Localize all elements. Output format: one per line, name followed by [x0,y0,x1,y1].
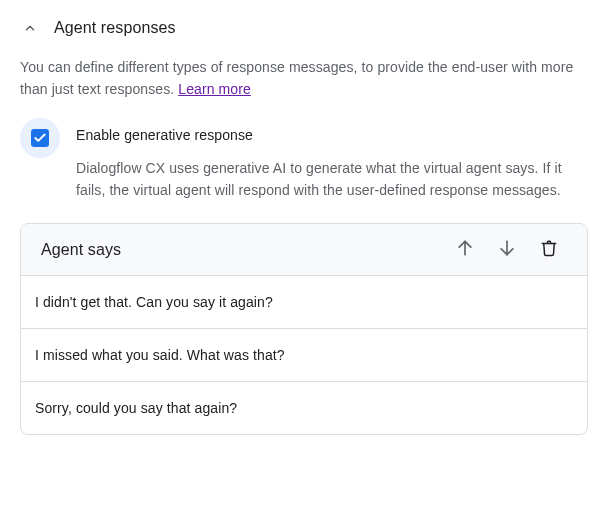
description-text: You can define different types of respon… [20,59,573,97]
agent-says-header: Agent says [21,224,587,276]
checkbox-checked-icon [31,129,49,147]
trash-icon [540,238,558,261]
agent-says-card: Agent says I didn't get that. Can you sa… [20,223,588,435]
agent-says-row[interactable]: I didn't get that. Can you say it again? [21,276,587,329]
chevron-up-icon [23,21,37,35]
learn-more-link[interactable]: Learn more [178,81,251,97]
arrow-up-icon [455,238,475,261]
enable-generative-description: Dialogflow CX uses generative AI to gene… [76,157,588,201]
section-description: You can define different types of respon… [20,56,588,100]
move-up-button[interactable] [447,232,483,268]
agent-says-row[interactable]: I missed what you said. What was that? [21,329,587,382]
arrow-down-icon [497,238,517,261]
section-title: Agent responses [54,19,176,37]
agent-says-row[interactable]: Sorry, could you say that again? [21,382,587,434]
move-down-button[interactable] [489,232,525,268]
enable-generative-label: Enable generative response [76,127,588,143]
delete-button[interactable] [531,232,567,268]
collapse-toggle[interactable] [20,18,40,38]
enable-generative-checkbox[interactable] [20,118,60,158]
agent-says-title: Agent says [41,241,441,259]
